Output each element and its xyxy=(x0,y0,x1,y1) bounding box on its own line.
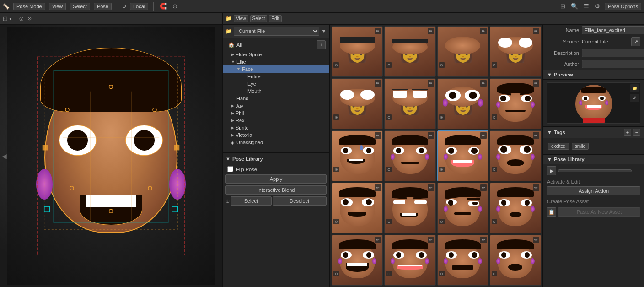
middle-select-btn[interactable]: Select xyxy=(250,15,268,22)
pose-options-btn[interactable]: Pose Options xyxy=(605,3,641,10)
pose-mode-dropdown[interactable]: Pose Mode xyxy=(13,3,45,10)
tree-item-sprite[interactable]: ▶ Sprite xyxy=(223,124,329,131)
viewport-canvas[interactable] xyxy=(0,25,222,287)
play-btn[interactable]: ▶ xyxy=(547,166,556,175)
tag-excited[interactable]: excited xyxy=(548,143,569,150)
tree-item-face[interactable]: ▼ Face xyxy=(223,65,329,73)
thumb-eyemask-co2[interactable]: ✏ ⊙ Ellie_eyemask_co... xyxy=(490,26,541,77)
thumb-eyemask-sq[interactable]: ✏ ⊙ Ellie_eyemask_sq... xyxy=(384,78,435,129)
thumb-eyemask-rel[interactable]: ✏ ⊙ Ellie_eyemask_rel... xyxy=(332,78,383,129)
thumb-eymask-scar[interactable]: ✏ ⊙ Ellie_eymask_scar... xyxy=(437,78,488,129)
thumb-face-annoyed[interactable]: ✏ ⊙ Ellie_face_annoyed xyxy=(490,78,541,129)
thumb-edit-btn-14[interactable]: ✏ xyxy=(428,184,434,191)
thumb-edit-btn-16[interactable]: ✏ xyxy=(533,184,539,191)
tags-section-header[interactable]: ▼ Tags + − xyxy=(543,126,644,138)
progress-bar[interactable] xyxy=(558,169,632,172)
tree-item-elder-sprite[interactable]: ▶ Elder Sprite xyxy=(223,51,329,58)
xray-icon[interactable]: ◎ xyxy=(18,15,25,22)
description-input[interactable] xyxy=(582,49,644,57)
name-input[interactable] xyxy=(582,26,644,34)
thumb-edit-btn-7[interactable]: ✏ xyxy=(480,80,487,87)
add-tag-btn[interactable]: + xyxy=(624,129,631,136)
collapse-viewport-arrow[interactable]: ◀ xyxy=(0,151,9,162)
thumb-face-squint[interactable]: ✏ ⊙ Ellie_face_squint xyxy=(384,183,435,233)
thumb-eyemask-an[interactable]: ✏ ⊙ Ellie_eyemask_an... xyxy=(332,26,383,77)
add-catalog-btn[interactable]: + xyxy=(317,40,326,49)
tree-item-hand[interactable]: Hand xyxy=(223,95,329,102)
thumb-edit-btn-3[interactable]: ✏ xyxy=(480,28,487,34)
tag-smile[interactable]: smile xyxy=(572,143,589,150)
remove-tag-btn[interactable]: − xyxy=(633,129,640,136)
overlay-icon[interactable]: ⊘ xyxy=(27,15,32,22)
preview-refresh-btn[interactable]: ↺ xyxy=(630,94,639,102)
pose-library-header[interactable]: ▼ Pose Library xyxy=(225,155,327,163)
thumb-mouth-oo[interactable]: ✏ ⊙ Ellie_mouth_Oo xyxy=(490,235,541,286)
thumb-face-wissle[interactable]: ✏ ⊙ Ellie_face_wissle xyxy=(490,183,541,233)
middle-view-btn[interactable]: View xyxy=(234,15,248,22)
thumb-edit-btn-13[interactable]: ✏ xyxy=(375,184,381,191)
author-input[interactable] xyxy=(582,60,644,68)
settings-icon[interactable]: ⚙ xyxy=(594,2,601,11)
tree-item-rex[interactable]: ▶ Rex xyxy=(223,117,329,124)
thumb-edit-btn-20[interactable]: ✏ xyxy=(533,237,539,243)
transform-dropdown[interactable]: Local xyxy=(130,3,148,10)
tree-item-mouth[interactable]: Mouth xyxy=(223,87,329,95)
preview-folder-btn[interactable]: 📁 xyxy=(630,84,639,92)
tree-item-phil[interactable]: ▶ Phil xyxy=(223,109,329,117)
view-menu[interactable]: View xyxy=(49,3,66,10)
thumb-edit-btn-19[interactable]: ✏ xyxy=(480,237,487,243)
thumb-edit-btn-8[interactable]: ✏ xyxy=(533,80,539,87)
current-file-select[interactable]: Current File xyxy=(234,27,319,36)
middle-edit-btn[interactable]: Edit xyxy=(269,15,281,22)
paste-icon-btn[interactable]: 📋 xyxy=(547,207,556,217)
tree-item-jay[interactable]: ▶ Jay xyxy=(223,102,329,109)
thumb-edit-btn-5[interactable]: ✏ xyxy=(375,80,381,87)
thumb-edit-btn-18[interactable]: ✏ xyxy=(428,237,434,243)
thumb-edit-btn-15[interactable]: ✏ xyxy=(480,184,487,191)
thumb-face-default[interactable]: ✏ ⊙ Ellie_face_default xyxy=(384,130,435,181)
thumb-edit-btn-6[interactable]: ✏ xyxy=(428,80,434,87)
pose-lib-props-header[interactable]: ▼ Pose Library xyxy=(543,154,644,164)
thumb-face-scared[interactable]: ✏ ⊙ Ellie_face_scared xyxy=(490,130,541,181)
thumb-edit-btn-2[interactable]: ✏ xyxy=(428,28,434,34)
source-link-btn[interactable]: ↗ xyxy=(631,37,640,46)
thumb-eyemask-clo[interactable]: ✏ ⊙ Ellie_eyemask_clo... xyxy=(384,26,435,77)
select-menu[interactable]: Select xyxy=(70,3,90,10)
tree-item-unassigned[interactable]: ◈ Unassigned xyxy=(223,139,329,146)
thumb-status-15: ⊙ xyxy=(439,219,445,224)
assign-action-btn[interactable]: Assign Action xyxy=(547,186,640,195)
tree-item-ellie[interactable]: ▼ Ellie xyxy=(223,58,329,65)
paste-asset-btn[interactable]: Paste As New Asset xyxy=(558,207,640,217)
tree-item-all[interactable]: 🏠 All xyxy=(226,41,244,49)
thumb-edit-btn-17[interactable]: ✏ xyxy=(375,237,381,243)
thumb-edit-btn-9[interactable]: ✏ xyxy=(375,132,381,139)
thumb-face-suspicious[interactable]: ✏ ⊙ Ellie_face_suspicio... xyxy=(437,183,488,233)
thumb-edit-btn-10[interactable]: ✏ xyxy=(428,132,434,139)
thumb-mouth-aa[interactable]: ✏ ⊙ Ellie_Mouth_Aa xyxy=(332,235,383,286)
apply-button[interactable]: Apply xyxy=(225,174,327,184)
thumb-mouth-eh[interactable]: ✏ ⊙ Ellie_mouth_Eh xyxy=(437,235,488,286)
thumb-eyemask-co1[interactable]: ✏ ⊙ Ellie_eyemask_co... xyxy=(437,26,488,77)
search-icon[interactable]: 🔍 xyxy=(570,2,579,11)
pivot-icon[interactable]: ⊙ xyxy=(172,2,178,11)
pose-menu[interactable]: Pose xyxy=(94,3,112,10)
tree-item-victoria[interactable]: ▶ Victoria xyxy=(223,131,329,139)
thumb-face-awkward[interactable]: ✏ ⊙ Ellie_face_awkward xyxy=(332,130,383,181)
thumb-edit-btn-1[interactable]: ✏ xyxy=(375,28,381,34)
thumb-edit-btn-11[interactable]: ✏ xyxy=(480,132,487,139)
thumb-edit-btn-12[interactable]: ✏ xyxy=(533,132,539,139)
thumb-face-scared2[interactable]: ✏ ⊙ Ellie_face_scared2 xyxy=(332,183,383,233)
thumb-edit-btn-4[interactable]: ✏ xyxy=(533,28,539,34)
tree-item-entire[interactable]: Entire xyxy=(223,73,329,80)
snap-icon[interactable]: 🧲 xyxy=(159,2,168,11)
thumb-face-excited[interactable]: ✏ ⊙ Ellie_face_excited xyxy=(437,130,488,181)
flip-pose-checkbox[interactable] xyxy=(227,166,233,172)
tree-item-eye[interactable]: Eye xyxy=(223,80,329,87)
layout-icon[interactable]: ⊞ xyxy=(559,2,566,11)
interactive-blend-button[interactable]: Interactive Blend xyxy=(225,185,327,195)
select-button[interactable]: Select xyxy=(231,196,272,206)
deselect-button[interactable]: Deselect xyxy=(273,196,327,206)
preview-section-header[interactable]: ▼ Preview xyxy=(543,70,644,80)
filter-icon[interactable]: ☰ xyxy=(583,2,590,11)
thumb-mouth-ee[interactable]: ✏ ⊙ Ellie_mouth_Ee xyxy=(384,235,435,286)
